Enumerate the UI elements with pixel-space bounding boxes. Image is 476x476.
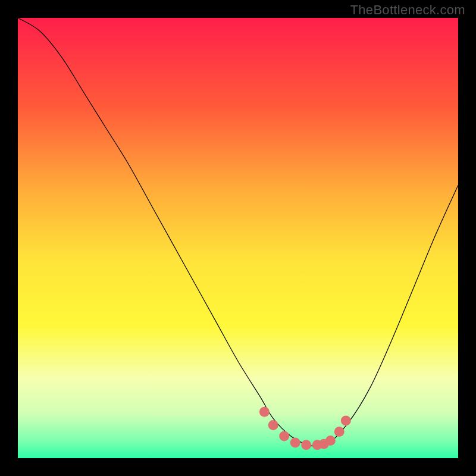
gradient-background [18, 18, 458, 458]
marker-point [290, 438, 300, 448]
marker-point [325, 436, 336, 446]
marker-point [334, 427, 345, 437]
plot-area [18, 18, 458, 458]
chart-frame: TheBottleneck.com [0, 0, 476, 476]
watermark-text: TheBottleneck.com [350, 2, 465, 18]
chart-svg [18, 18, 458, 458]
marker-point [279, 431, 289, 441]
marker-point [341, 416, 351, 426]
marker-point [268, 420, 278, 430]
marker-point [259, 407, 270, 417]
marker-point [301, 440, 311, 450]
